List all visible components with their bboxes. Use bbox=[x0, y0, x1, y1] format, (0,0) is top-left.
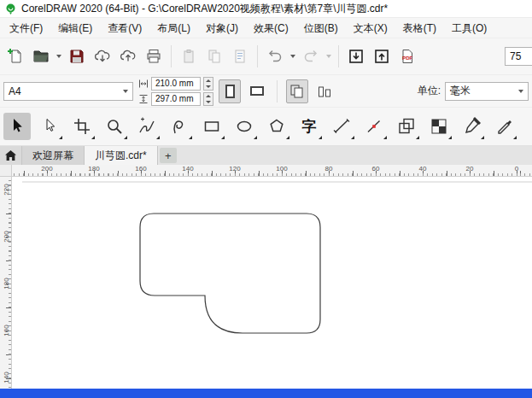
ruler-label: 20 bbox=[466, 165, 474, 173]
ruler-label: 200 bbox=[41, 165, 52, 173]
ruler-label: 80 bbox=[325, 165, 333, 173]
open-dropdown-caret[interactable] bbox=[55, 44, 63, 68]
toolbar-separator bbox=[171, 45, 172, 67]
pattern-fill-icon bbox=[429, 116, 449, 137]
print-button[interactable] bbox=[142, 44, 166, 68]
menu-item-view[interactable]: 查看(V) bbox=[100, 18, 149, 38]
tool-polygon[interactable] bbox=[263, 113, 290, 140]
tool-freehand[interactable] bbox=[133, 113, 161, 140]
ruler-origin[interactable] bbox=[0, 165, 12, 177]
tool-contour[interactable] bbox=[393, 113, 420, 140]
current-page-icon bbox=[317, 84, 332, 99]
zoom-level-combobox[interactable]: 75 bbox=[505, 47, 532, 66]
home-tab-button[interactable] bbox=[0, 146, 22, 165]
tool-ellipse[interactable] bbox=[231, 113, 258, 140]
units-select[interactable]: 毫米 bbox=[445, 82, 529, 101]
all-pages-icon bbox=[289, 84, 305, 99]
tool-text[interactable]: 字 bbox=[295, 113, 323, 140]
tool-eyedropper[interactable] bbox=[458, 113, 485, 140]
menu-item-table[interactable]: 表格(T) bbox=[395, 18, 444, 38]
tool-rectangle[interactable] bbox=[198, 113, 225, 140]
page-width-icon bbox=[138, 79, 149, 89]
menu-item-bitmaps[interactable]: 位图(B) bbox=[296, 18, 346, 38]
menu-item-tools[interactable]: 工具(O) bbox=[444, 18, 494, 38]
tool-crop[interactable] bbox=[68, 113, 96, 140]
drawing-canvas[interactable] bbox=[12, 177, 532, 389]
landscape-button[interactable] bbox=[246, 79, 268, 103]
publish-pdf-button[interactable]: PDF bbox=[395, 44, 419, 68]
new-document-button[interactable] bbox=[3, 44, 27, 68]
import-button[interactable] bbox=[344, 44, 368, 68]
paste-button[interactable] bbox=[177, 44, 201, 68]
tab-welcome-screen[interactable]: 欢迎屏幕 bbox=[22, 146, 85, 165]
menu-item-effects[interactable]: 效果(C) bbox=[246, 18, 296, 38]
cloud-upload-button[interactable] bbox=[116, 44, 140, 68]
redo-dropdown-caret[interactable] bbox=[324, 44, 333, 68]
menu-item-file[interactable]: 文件(F) bbox=[2, 18, 50, 38]
tool-pick[interactable] bbox=[3, 113, 31, 140]
toolbar-separator bbox=[277, 80, 278, 102]
flyout-caret-icon bbox=[448, 136, 452, 139]
tool-pattern-fill[interactable] bbox=[425, 113, 453, 140]
pdf-icon: PDF bbox=[399, 48, 416, 65]
tool-zoom[interactable] bbox=[101, 113, 128, 140]
undo-button[interactable] bbox=[263, 44, 287, 68]
save-button[interactable] bbox=[65, 44, 89, 68]
tool-bezier[interactable] bbox=[360, 113, 388, 140]
page-dimensions-group: 210.0 mm 297.0 mm bbox=[138, 77, 213, 106]
tool-artistic-media[interactable] bbox=[166, 113, 193, 140]
export-button[interactable] bbox=[370, 44, 394, 68]
title-bar: CorelDRAW 2020 (64-Bit) - G:\CorelDRAW20… bbox=[0, 0, 532, 18]
flyout-caret-icon bbox=[481, 136, 484, 139]
duplicate-icon bbox=[231, 48, 248, 65]
page-width-field[interactable]: 210.0 mm bbox=[151, 77, 201, 91]
chevron-down-icon bbox=[290, 55, 295, 58]
workspace: 220 200 180 160 140 bbox=[0, 177, 532, 389]
tab-document[interactable]: 川芎圆.cdr* bbox=[85, 146, 158, 165]
new-tab-button[interactable]: + bbox=[160, 148, 177, 163]
ruler-label: 140 bbox=[182, 165, 193, 173]
page-size-select[interactable]: A4 bbox=[3, 82, 133, 101]
import-icon bbox=[348, 48, 365, 65]
page-width-spinner[interactable] bbox=[203, 77, 213, 91]
horizontal-ruler[interactable]: 200 180 160 140 120 100 80 60 40 20 0 bbox=[12, 165, 532, 177]
export-icon bbox=[373, 48, 390, 65]
flyout-caret-icon bbox=[383, 136, 387, 139]
document-tab-bar: 欢迎屏幕 川芎圆.cdr* + bbox=[0, 146, 532, 165]
spinner-up-icon bbox=[206, 95, 211, 97]
flyout-caret-icon bbox=[156, 136, 160, 139]
tool-line[interactable] bbox=[328, 113, 355, 140]
units-label: 单位: bbox=[418, 84, 441, 98]
undo-dropdown-caret[interactable] bbox=[289, 44, 297, 68]
drawn-shape[interactable] bbox=[140, 214, 320, 333]
redo-button[interactable] bbox=[299, 44, 323, 68]
zoom-level-value: 75 bbox=[510, 50, 521, 62]
menu-item-layout[interactable]: 布局(L) bbox=[149, 18, 198, 38]
duplicate-button[interactable] bbox=[228, 44, 252, 68]
current-page-button[interactable] bbox=[313, 79, 336, 103]
tool-shape[interactable] bbox=[36, 113, 63, 140]
menu-item-object[interactable]: 对象(J) bbox=[198, 18, 246, 38]
page-height-spinner[interactable] bbox=[203, 92, 213, 106]
portrait-button[interactable] bbox=[219, 79, 241, 103]
units-value: 毫米 bbox=[450, 84, 471, 98]
cloud-download-button[interactable] bbox=[91, 44, 114, 68]
page-height-field[interactable]: 297.0 mm bbox=[151, 92, 201, 106]
tool-outline-pen[interactable] bbox=[490, 113, 517, 140]
vertical-ruler[interactable]: 220 200 180 160 140 bbox=[0, 177, 12, 389]
copy-button[interactable] bbox=[202, 44, 226, 68]
property-bar: A4 210.0 mm 297.0 mm 单位: bbox=[0, 75, 532, 108]
polygon-icon bbox=[266, 116, 287, 137]
drawing-page bbox=[12, 177, 532, 389]
pick-arrow-icon bbox=[7, 116, 27, 137]
open-button[interactable] bbox=[29, 44, 53, 68]
copy-icon bbox=[206, 48, 223, 65]
flyout-caret-icon bbox=[416, 136, 419, 139]
all-pages-button[interactable] bbox=[286, 79, 308, 103]
menu-item-edit[interactable]: 编辑(E) bbox=[50, 18, 100, 38]
menu-item-text[interactable]: 文本(X) bbox=[346, 18, 395, 38]
flyout-caret-icon bbox=[513, 136, 517, 139]
shape-tool-icon bbox=[39, 116, 60, 137]
spinner-down-icon bbox=[206, 85, 211, 88]
units-group: 单位: 毫米 bbox=[418, 82, 529, 101]
